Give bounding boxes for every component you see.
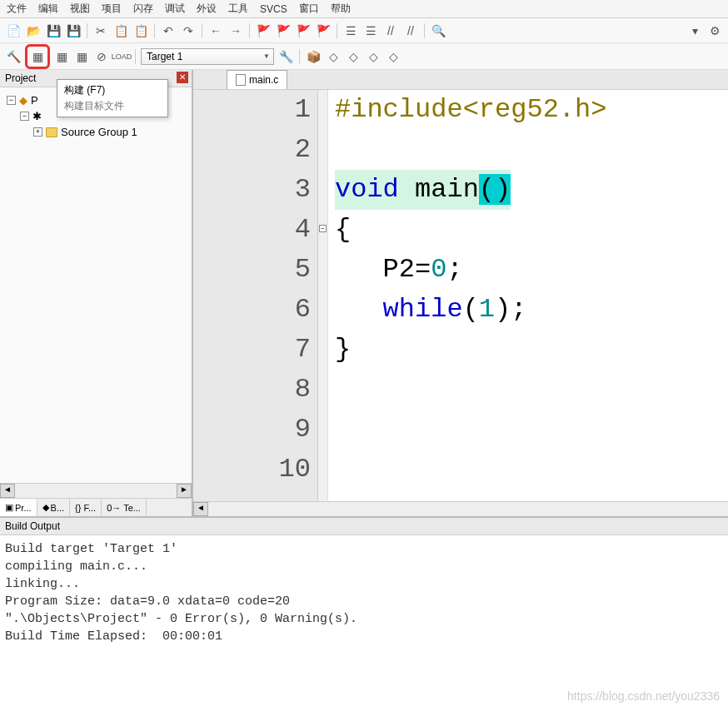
- line-number: 7: [193, 330, 311, 370]
- build-tooltip: 构建 (F7) 构建目标文件: [57, 79, 168, 117]
- find-icon[interactable]: 🔍: [430, 22, 446, 39]
- comment-icon[interactable]: //: [382, 22, 399, 39]
- bookmark-clear-icon[interactable]: 🚩: [315, 22, 332, 39]
- build-button-highlight: ▦: [25, 44, 50, 69]
- menu-flash[interactable]: 闪存: [133, 2, 153, 16]
- tab-functions[interactable]: {} F...: [70, 499, 102, 516]
- menu-view[interactable]: 视图: [70, 2, 90, 16]
- toolbar-build: 🔨 ▦ ▦ ▦ ⊘ LOAD Target 1 ▼ 🔧 📦 ◇ ◇ ◇ ◇: [0, 43, 728, 70]
- pack4-icon[interactable]: ◇: [385, 48, 401, 65]
- build-button[interactable]: ▦: [29, 48, 46, 65]
- paste-icon[interactable]: 📋: [132, 22, 149, 39]
- divider: [337, 23, 337, 38]
- build-output-text: Build target 'Target 1' compiling main.c…: [0, 535, 728, 650]
- cut-icon[interactable]: ✂: [92, 22, 109, 39]
- project-panel: Project ✕ − ◆ P − ✱ + Source Group 1 ◄ ►: [0, 70, 193, 516]
- pack2-icon[interactable]: ◇: [345, 48, 362, 65]
- scroll-right-icon[interactable]: ►: [177, 484, 192, 498]
- bookmark-prev-icon[interactable]: 🚩: [275, 22, 292, 39]
- tree-expand-icon[interactable]: +: [33, 127, 42, 137]
- menu-svcs[interactable]: SVCS: [260, 3, 287, 15]
- manage-icon[interactable]: 📦: [305, 48, 322, 65]
- line-number: 2: [193, 130, 311, 170]
- save-all-icon[interactable]: 💾: [65, 22, 82, 39]
- menu-window[interactable]: 窗口: [299, 2, 319, 16]
- tab-project[interactable]: ▣Pr...: [0, 499, 37, 516]
- menu-help[interactable]: 帮助: [331, 2, 351, 16]
- menu-tools[interactable]: 工具: [228, 2, 248, 16]
- translate-icon[interactable]: 🔨: [5, 48, 22, 65]
- undo-icon[interactable]: ↶: [160, 22, 177, 39]
- editor-hscroll[interactable]: ◄: [193, 501, 728, 516]
- open-icon[interactable]: 📂: [25, 22, 42, 39]
- tooltip-sub: 构建目标文件: [64, 99, 161, 113]
- divider: [249, 23, 250, 38]
- pack3-icon[interactable]: ◇: [365, 48, 381, 65]
- project-panel-title: Project: [5, 72, 36, 84]
- line-gutter: 1 2 3 4 5 6 7 8 9 10: [193, 90, 318, 501]
- project-hscroll[interactable]: ◄ ►: [0, 483, 192, 498]
- tree-root-label: P: [31, 94, 38, 107]
- outdent-icon[interactable]: ☰: [362, 22, 379, 39]
- fold-column: −: [318, 90, 328, 501]
- indent-icon[interactable]: ☰: [342, 22, 359, 39]
- config-icon[interactable]: ⚙: [706, 22, 723, 39]
- divider: [154, 23, 155, 38]
- menu-edit[interactable]: 编辑: [38, 2, 58, 16]
- stop-build-icon[interactable]: ⊘: [93, 48, 110, 65]
- file-icon: [236, 74, 246, 86]
- tab-templates[interactable]: 0→ Te...: [102, 499, 147, 516]
- redo-icon[interactable]: ↷: [180, 22, 197, 39]
- editor-tab-label: main.c: [249, 74, 278, 86]
- line-number: 3: [193, 170, 311, 210]
- batch-build-icon[interactable]: ▦: [73, 48, 90, 65]
- options-icon[interactable]: 🔧: [277, 48, 294, 65]
- dropdown-icon[interactable]: ▾: [686, 22, 703, 39]
- chevron-down-icon: ▼: [263, 52, 270, 60]
- menu-peripherals[interactable]: 外设: [197, 2, 217, 16]
- editor-panel: main.c 1 2 3 4 5 6 7 8 9 10 − #inc: [193, 70, 728, 516]
- close-icon[interactable]: ✕: [177, 72, 188, 83]
- main-area: Project ✕ − ◆ P − ✱ + Source Group 1 ◄ ►: [0, 70, 728, 516]
- scroll-left-icon[interactable]: ◄: [193, 502, 208, 516]
- pack-icon[interactable]: ◇: [325, 48, 342, 65]
- tree-collapse-icon[interactable]: −: [7, 96, 16, 105]
- menu-bar: 文件 编辑 视图 项目 闪存 调试 外设 工具 SVCS 窗口 帮助: [0, 0, 728, 18]
- code-area[interactable]: 1 2 3 4 5 6 7 8 9 10 − #include<reg52.h>…: [193, 90, 728, 501]
- divider: [424, 23, 425, 38]
- build-output-panel: Build Output Build target 'Target 1' com…: [0, 516, 728, 650]
- tree-collapse-icon[interactable]: −: [20, 112, 29, 121]
- back-icon[interactable]: ←: [207, 22, 224, 39]
- bookmark-next-icon[interactable]: 🚩: [295, 22, 312, 39]
- line-number: 10: [193, 450, 311, 490]
- divider: [87, 23, 87, 38]
- download-icon[interactable]: LOAD: [113, 48, 130, 65]
- menu-project[interactable]: 项目: [102, 2, 122, 16]
- forward-icon[interactable]: →: [227, 22, 244, 39]
- folder-icon: [46, 127, 57, 137]
- rebuild-icon[interactable]: ▦: [53, 48, 70, 65]
- uncomment-icon[interactable]: //: [402, 22, 419, 39]
- editor-tabs: main.c: [193, 70, 728, 90]
- line-number: 5: [193, 250, 311, 290]
- new-file-icon[interactable]: 📄: [5, 22, 22, 39]
- divider: [202, 23, 202, 38]
- menu-file[interactable]: 文件: [7, 2, 27, 16]
- save-icon[interactable]: 💾: [45, 22, 62, 39]
- code-text[interactable]: #include<reg52.h> void main() { P2=0; wh…: [328, 90, 606, 501]
- divider: [135, 49, 136, 64]
- scroll-left-icon[interactable]: ◄: [0, 484, 15, 498]
- copy-icon[interactable]: 📋: [112, 22, 129, 39]
- fold-icon[interactable]: −: [319, 225, 327, 232]
- watermark: https://blog.csdn.net/you2336: [567, 689, 720, 703]
- toolbar-main: 📄 📂 💾 💾 ✂ 📋 📋 ↶ ↷ ← → 🚩 🚩 🚩 🚩 ☰ ☰ // // …: [0, 18, 728, 43]
- menu-debug[interactable]: 调试: [165, 2, 185, 16]
- target-select[interactable]: Target 1 ▼: [141, 48, 274, 65]
- target-select-value: Target 1: [147, 51, 182, 62]
- tab-books[interactable]: ◆B...: [37, 499, 71, 516]
- editor-tab-main[interactable]: main.c: [227, 70, 287, 89]
- bookmark-icon[interactable]: 🚩: [255, 22, 272, 39]
- build-output-title: Build Output: [0, 518, 728, 535]
- divider: [299, 49, 300, 64]
- tree-source-group[interactable]: + Source Group 1: [3, 124, 188, 140]
